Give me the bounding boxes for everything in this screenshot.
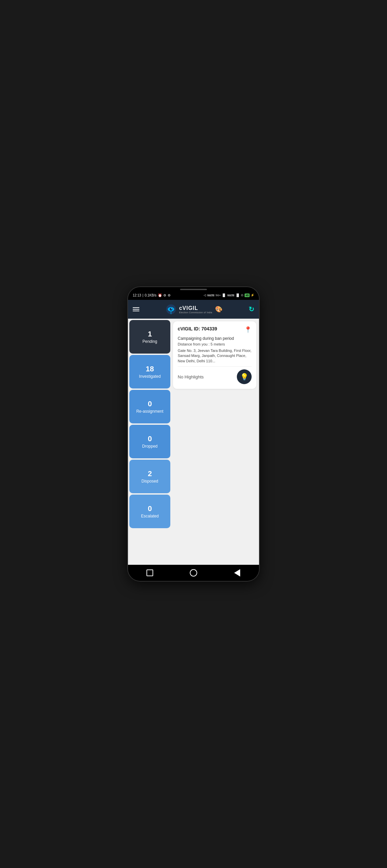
complaint-id: cVIGIL ID: 704339 (178, 326, 217, 332)
hamburger-menu-button[interactable] (133, 307, 140, 311)
disposed-count: 2 (148, 469, 152, 478)
no-highlights-text: No Highlights (178, 374, 204, 379)
status-left: 12:13 | 0.1KB/s ⏰ ⚙ ⚙ (133, 293, 171, 297)
hamburger-line-1 (133, 307, 140, 308)
reassignment-stat-card[interactable]: 0 Re-assignment (129, 390, 170, 424)
notch-pill (180, 289, 207, 290)
phone-frame: 12:13 | 0.1KB/s ⏰ ⚙ ⚙ ◁ VoLTE 5G+ ▐▌ VoL… (128, 287, 259, 581)
app-header: cVIGIL Election Commission of India 🎨 ↻ (128, 300, 259, 319)
signal-bars-2: ▐▌ (236, 293, 240, 297)
dropped-label: Dropped (142, 444, 157, 448)
time-display: 12:13 (133, 293, 141, 297)
dropped-count: 0 (148, 434, 152, 443)
data-speed: 0.1KB/s (145, 293, 156, 297)
app-title: cVIGIL (179, 305, 198, 311)
escalated-count: 0 (148, 504, 152, 513)
disposed-label: Disposed (142, 479, 158, 484)
nav-home-button[interactable] (187, 567, 200, 579)
battery-indicator: 45 (244, 293, 249, 297)
lightbulb-button[interactable]: 💡 (237, 369, 251, 384)
signal-bars: ▐▌ (222, 293, 226, 297)
complaint-type: Campaigning during ban period (178, 336, 251, 341)
investigated-label: Investigated (139, 374, 161, 379)
main-content: 1 Pending 18 Investigated 0 Re-assignmen… (128, 319, 259, 565)
wifi-icon: ⊙ (241, 293, 243, 297)
volte-icon-2: VoLTE (227, 294, 235, 297)
charging-icon: ⚡ (250, 293, 254, 297)
escalated-label: Escalated (141, 514, 159, 519)
nav-recent-icon (146, 569, 153, 576)
complaint-card[interactable]: cVIGIL ID: 704339 📍 Campaigning during b… (173, 321, 256, 389)
cvigil-eye-icon (166, 304, 176, 315)
hamburger-line-3 (133, 311, 140, 311)
disposed-stat-card[interactable]: 2 Disposed (129, 460, 170, 493)
escalated-stat-card[interactable]: 0 Escalated (129, 495, 170, 528)
refresh-button[interactable]: ↻ (248, 305, 254, 313)
alarm-icon: ⏰ (158, 293, 162, 297)
dropped-stat-card[interactable]: 0 Dropped (129, 425, 170, 458)
right-content-area: cVIGIL ID: 704339 📍 Campaigning during b… (172, 319, 259, 565)
app-subtitle: Election Commission of India (179, 311, 212, 314)
status-bar: 12:13 | 0.1KB/s ⏰ ⚙ ⚙ ◁ VoLTE 5G+ ▐▌ VoL… (128, 290, 259, 300)
bottom-navigation (128, 565, 259, 581)
pending-count: 1 (148, 330, 152, 338)
reassignment-count: 0 (148, 400, 152, 408)
pending-label: Pending (143, 339, 157, 344)
nav-back-button[interactable] (231, 567, 243, 579)
settings-icon-2: ⚙ (168, 293, 171, 297)
complaint-card-header: cVIGIL ID: 704339 📍 (178, 326, 251, 334)
india-flag-icon: 🎨 (215, 306, 222, 313)
lightbulb-icon: 💡 (240, 373, 248, 381)
nav-recent-button[interactable] (144, 567, 156, 579)
hamburger-line-2 (133, 309, 140, 310)
network-speed: | (143, 293, 144, 297)
svg-point-2 (170, 308, 172, 311)
highlights-row: No Highlights 💡 (178, 369, 251, 384)
settings-icon: ⚙ (163, 293, 166, 297)
complaint-distance: Distance from you : 5 meters (178, 342, 251, 346)
complaint-address: Gate No. 3, Jeevan Tara Building, First … (178, 348, 251, 367)
network-type: 5G+ (216, 294, 221, 297)
app-name-container: cVIGIL Election Commission of India (179, 305, 212, 314)
location-pin-icon: 📍 (244, 326, 251, 334)
investigated-stat-card[interactable]: 18 Investigated (129, 355, 170, 389)
nav-home-icon (190, 569, 197, 577)
signal-icon: ◁ (204, 293, 206, 297)
app-logo: cVIGIL Election Commission of India 🎨 (166, 304, 222, 315)
status-right: ◁ VoLTE 5G+ ▐▌ VoLTE ▐▌ ⊙ 45 ⚡ (204, 293, 254, 297)
investigated-count: 18 (146, 365, 154, 373)
notch (128, 287, 259, 290)
nav-back-icon (234, 569, 240, 577)
stats-sidebar: 1 Pending 18 Investigated 0 Re-assignmen… (128, 319, 172, 565)
reassignment-label: Re-assignment (137, 409, 163, 414)
svg-point-3 (171, 308, 172, 309)
pending-stat-card[interactable]: 1 Pending (129, 320, 170, 353)
volte-icon: VoLTE (207, 294, 215, 297)
